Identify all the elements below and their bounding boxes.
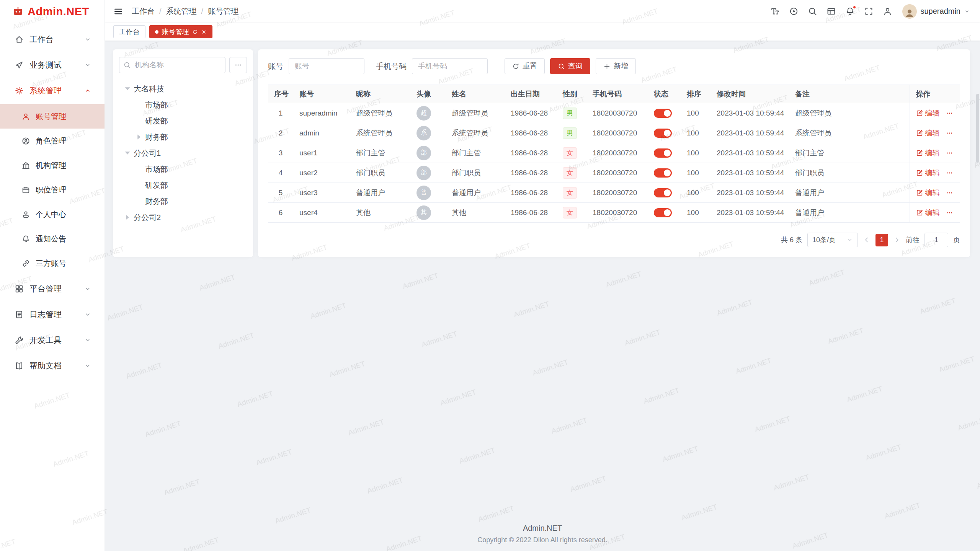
tab-account-mgmt[interactable]: 账号管理	[149, 25, 212, 38]
tab-workbench[interactable]: 工作台	[113, 25, 145, 38]
org-search-input[interactable]	[119, 57, 225, 73]
sidebar-item-help-docs[interactable]: 帮助文档	[0, 354, 105, 378]
tree-node[interactable]: 分公司2	[119, 209, 247, 225]
toggle-knob	[664, 110, 671, 117]
edit-button[interactable]: 编辑	[916, 108, 940, 118]
sidebar-item-personal-center[interactable]: 个人中心	[0, 202, 105, 227]
edit-button[interactable]: 编辑	[916, 148, 940, 158]
phone-input[interactable]	[412, 58, 488, 74]
status-toggle[interactable]	[654, 109, 672, 118]
search-icon[interactable]	[808, 7, 817, 16]
next-page-button[interactable]	[893, 236, 901, 244]
page-size-select[interactable]: 10条/页	[807, 233, 858, 247]
cell-account: user1	[293, 143, 350, 163]
sidebar-item-label: 通知公告	[36, 234, 66, 244]
caret-right-icon[interactable]	[122, 212, 133, 223]
sidebar-item-workbench[interactable]: 工作台	[0, 27, 105, 52]
sidebar-item-notice[interactable]: 通知公告	[0, 227, 105, 251]
sidebar-item-system-mgmt[interactable]: 系统管理	[0, 78, 105, 103]
edit-button[interactable]: 编辑	[916, 168, 940, 178]
cell-birth-date: 1986-06-28	[505, 163, 557, 183]
add-button[interactable]: 新增	[596, 58, 636, 74]
sidebar-item-org-mgmt[interactable]: 机构管理	[0, 153, 105, 178]
bell-icon[interactable]	[845, 7, 855, 16]
cell-actions: 编辑	[910, 183, 960, 203]
sidebar-item-platform-mgmt[interactable]: 平台管理	[0, 277, 105, 301]
col-header: 出生日期	[505, 85, 557, 103]
tree-node[interactable]: 财务部	[119, 129, 247, 145]
breadcrumb-separator: /	[201, 7, 204, 16]
col-header: 头像	[410, 85, 446, 103]
edit-button[interactable]: 编辑	[916, 188, 940, 198]
sidebar-item-business-test[interactable]: 业务测试	[0, 53, 105, 77]
person-icon	[21, 210, 30, 219]
scrollbar-thumb[interactable]	[976, 94, 979, 163]
toggle-knob	[664, 170, 671, 176]
cell-account: admin	[293, 123, 350, 143]
position-icon	[21, 186, 30, 194]
row-more-button[interactable]	[946, 209, 953, 217]
menu-collapse-button[interactable]	[113, 7, 123, 16]
sidebar-item-account-mgmt[interactable]: 账号管理	[0, 104, 105, 129]
row-more-button[interactable]	[946, 169, 953, 177]
breadcrumb-item[interactable]: 账号管理	[208, 6, 238, 16]
edit-icon	[916, 189, 923, 196]
caret-right-icon[interactable]	[134, 132, 144, 142]
sidebar-item-role-mgmt[interactable]: 角色管理	[0, 129, 105, 153]
tree-node[interactable]: 分公司1	[119, 145, 247, 161]
goto-page-input[interactable]	[924, 233, 948, 247]
gear-icon	[15, 86, 24, 95]
cell-avatar: 部	[410, 163, 446, 183]
status-toggle[interactable]	[654, 188, 672, 197]
tree-more-button[interactable]	[229, 57, 247, 73]
sidebar-item-third-party-account[interactable]: 三方账号	[0, 251, 105, 276]
avatar: 普	[416, 186, 431, 200]
tree-node[interactable]: 研发部	[119, 177, 247, 193]
row-more-button[interactable]	[946, 109, 953, 117]
sidebar-item-label: 职位管理	[36, 185, 66, 195]
sidebar-item-dev-tools[interactable]: 开发工具	[0, 328, 105, 352]
tree-node-label: 大名科技	[134, 84, 164, 94]
caret-down-icon[interactable]	[122, 148, 133, 158]
search-label: 查询	[568, 61, 583, 71]
row-more-button[interactable]	[946, 189, 953, 197]
reset-button[interactable]: 重置	[505, 58, 545, 74]
caret-down-icon[interactable]	[122, 83, 133, 94]
account-input[interactable]	[289, 58, 364, 74]
close-icon[interactable]	[201, 29, 207, 35]
breadcrumb-item[interactable]: 系统管理	[166, 6, 197, 16]
account-label: 账号	[268, 61, 283, 72]
user-menu[interactable]: superadmin	[902, 4, 970, 19]
tree-node[interactable]: 研发部	[119, 113, 247, 129]
sidebar-item-log-mgmt[interactable]: 日志管理	[0, 302, 105, 327]
cell-status	[648, 143, 681, 163]
status-toggle[interactable]	[654, 208, 672, 217]
search-button[interactable]: 查询	[550, 58, 590, 74]
dark-mode-icon[interactable]	[789, 7, 799, 16]
tree-node[interactable]: 市场部	[119, 161, 247, 177]
search-icon-glyph	[808, 7, 817, 16]
prev-page-button[interactable]	[863, 236, 871, 244]
profile-icon[interactable]	[883, 7, 892, 16]
edit-button[interactable]: 编辑	[916, 128, 940, 138]
breadcrumb-item[interactable]: 工作台	[132, 6, 155, 16]
font-size-icon[interactable]	[770, 7, 780, 16]
edit-button[interactable]: 编辑	[916, 208, 940, 218]
tree-node[interactable]: 财务部	[119, 193, 247, 209]
current-page[interactable]: 1	[875, 234, 888, 246]
sidebar-item-position-mgmt[interactable]: 职位管理	[0, 178, 105, 202]
logo[interactable]: Admin.NET	[0, 0, 105, 23]
tree-node[interactable]: 大名科技	[119, 81, 247, 97]
status-toggle[interactable]	[654, 168, 672, 178]
fullscreen-icon[interactable]	[864, 7, 874, 16]
refresh-icon[interactable]	[192, 29, 198, 35]
skin-icon[interactable]	[826, 7, 836, 16]
tree-node[interactable]: 市场部	[119, 97, 247, 113]
chevron-down-icon	[84, 62, 91, 68]
status-toggle[interactable]	[654, 129, 672, 138]
sidebar-item-label: 机构管理	[36, 160, 66, 171]
row-more-button[interactable]	[946, 129, 953, 137]
status-toggle[interactable]	[654, 148, 672, 158]
avatar: 其	[416, 205, 431, 220]
row-more-button[interactable]	[946, 149, 953, 157]
